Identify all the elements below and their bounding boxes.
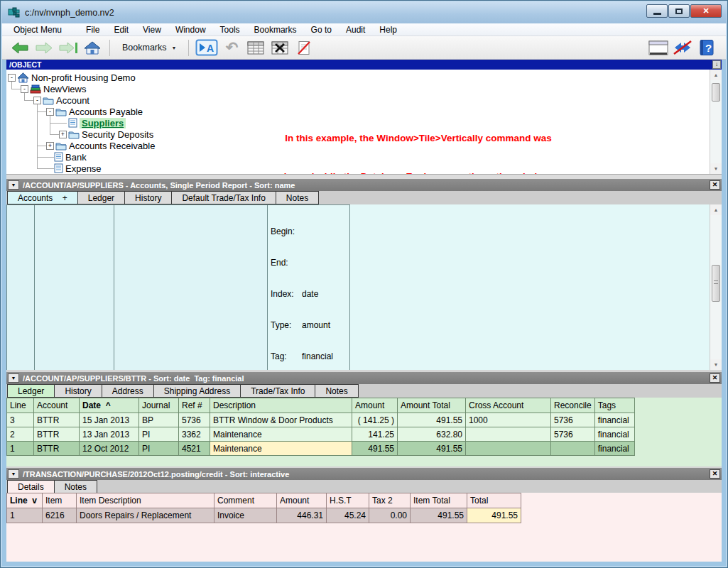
menu-file[interactable]: File — [79, 25, 107, 35]
cell-line[interactable]: 1 — [7, 508, 43, 523]
cell-journal[interactable]: BP — [139, 413, 179, 427]
column-header-description[interactable]: Description — [114, 205, 268, 371]
cell-tags[interactable]: financial — [594, 413, 634, 427]
menu-view[interactable]: View — [136, 25, 168, 35]
menu-object-menu[interactable]: Object Menu — [6, 25, 69, 35]
maximize-button[interactable] — [668, 4, 690, 18]
scroll-up-icon[interactable]: ▲ — [710, 70, 722, 80]
column-header-item-description[interactable]: Item Description — [77, 493, 214, 508]
column-header-amount[interactable]: Amount — [352, 398, 398, 413]
tab-default-trade-tax-info[interactable]: Default Trade/Tax Info — [171, 191, 276, 204]
table-view-button[interactable] — [245, 38, 266, 58]
cell-comment[interactable]: Invoice — [214, 508, 277, 523]
tab-details[interactable]: Details — [7, 480, 55, 493]
undo-button[interactable]: ↶ — [221, 38, 242, 58]
column-header-account[interactable]: Account — [34, 398, 80, 413]
cell-description[interactable]: BTTR Window & Door Products — [210, 413, 352, 427]
column-header-line[interactable]: Line — [7, 398, 34, 413]
expand-icon[interactable]: + — [59, 131, 67, 138]
tree-item-newviews[interactable]: - NewViews — [6, 83, 722, 94]
expand-icon[interactable]: + — [46, 142, 54, 150]
cell-line[interactable]: 3 — [7, 413, 34, 427]
menu-go-to[interactable]: Go to — [304, 25, 339, 35]
minimize-button[interactable] — [646, 4, 668, 18]
scrollbar-thumb[interactable] — [712, 83, 720, 102]
cell-date[interactable]: 13 Jan 2013 — [80, 427, 139, 442]
tab-notes[interactable]: Notes — [54, 480, 97, 493]
column-header-tags[interactable]: Tags — [594, 398, 634, 413]
cell-amount[interactable]: 446.31 — [277, 508, 327, 523]
title-bar[interactable]: c:/nv/nvnph_demo.nv2 ✕ — [1, 1, 727, 23]
cell-amount-total[interactable]: 491.55 — [398, 442, 466, 456]
column-header-line[interactable]: Line — [7, 205, 35, 371]
cell-item-description[interactable]: Doors Repairs / Replacement — [77, 508, 214, 523]
tab-notes[interactable]: Notes — [315, 384, 358, 398]
cell-line[interactable]: 1 — [7, 442, 34, 456]
column-header-comment[interactable]: Comment — [214, 493, 277, 508]
cell-cross-account[interactable]: 1000 — [466, 413, 551, 427]
collapse-icon[interactable]: - — [21, 85, 28, 93]
collapse-icon[interactable]: - — [33, 97, 41, 104]
cell-account[interactable]: BTTR — [34, 413, 80, 427]
scroll-down-icon[interactable]: ▼ — [710, 359, 722, 370]
cell-ref[interactable]: 4521 — [179, 442, 210, 456]
scroll-down-icon[interactable]: ▼ — [710, 163, 722, 174]
tree-item-account[interactable]: - Account — [6, 94, 722, 106]
tab-trade-tax-info[interactable]: Trade/Tax Info — [240, 384, 315, 398]
cell-reconcile[interactable]: 5736 — [551, 413, 595, 427]
column-header-journal[interactable]: Journal — [139, 398, 179, 413]
column-header-cross-account[interactable]: Cross Account — [466, 398, 551, 413]
collapse-icon[interactable]: - — [46, 108, 54, 116]
column-header-total[interactable]: Total — [467, 493, 521, 508]
column-header-hst[interactable]: H.S.T — [327, 493, 369, 508]
menu-audit[interactable]: Audit — [339, 25, 372, 35]
scroll-up-icon[interactable]: ▲ — [710, 204, 722, 215]
forward-button[interactable] — [33, 38, 55, 58]
cell-account[interactable]: BTTR — [34, 427, 80, 442]
pane-menu-button[interactable]: ▼ — [8, 373, 19, 383]
cell-reconcile[interactable]: 5736 — [551, 427, 595, 442]
column-header-ref[interactable]: Ref # — [179, 398, 210, 413]
column-header-description[interactable]: Description — [210, 398, 352, 413]
pane-transaction-header[interactable]: ▼ /TRANSACTION/PURCHASE/2012Oct12.postin… — [6, 468, 722, 480]
close-pane-icon[interactable]: ✕ — [710, 469, 720, 479]
cell-cross-account[interactable] — [466, 427, 551, 442]
tab-address[interactable]: Address — [102, 384, 154, 398]
scrollbar-thumb[interactable] — [712, 265, 720, 302]
column-header-date[interactable]: Date ^ — [80, 398, 139, 413]
cell-date[interactable]: 15 Jan 2013 — [80, 413, 139, 427]
cell-line[interactable]: 2 — [7, 427, 34, 442]
cell-item-total[interactable]: 491.55 — [411, 508, 467, 523]
column-header-amount-total[interactable]: Amount Total — [398, 398, 466, 413]
cell-amount[interactable]: 141.25 — [352, 427, 398, 442]
cell-tax2[interactable]: 0.00 — [369, 508, 411, 523]
home-button[interactable] — [82, 38, 103, 58]
tab-ledger[interactable]: Ledger — [77, 191, 125, 204]
cell-amount[interactable]: 491.55 — [352, 442, 398, 456]
tree-vertical-scrollbar[interactable]: ▲ ▼ — [710, 70, 722, 174]
bookmarks-dropdown-button[interactable]: Bookmarks ▼ — [116, 38, 182, 58]
menu-window[interactable]: Window — [168, 25, 213, 35]
disconnect-button[interactable] — [672, 38, 693, 58]
cell-ref[interactable]: 5736 — [179, 413, 210, 427]
cell-description-highlighted[interactable]: Maintenance — [210, 442, 352, 456]
close-pane-icon[interactable]: ✕ — [710, 180, 720, 190]
cell-total-highlighted[interactable]: 491.55 — [467, 508, 521, 523]
close-pane-icon[interactable]: ✕ — [710, 373, 720, 383]
window-view-button[interactable] — [648, 38, 669, 58]
column-header-name[interactable]: Name v — [35, 205, 114, 371]
goto-account-button[interactable]: A — [195, 38, 218, 58]
tab-history[interactable]: History — [124, 191, 172, 204]
cell-journal[interactable]: PI — [139, 427, 179, 442]
cell-amount-total[interactable]: 491.55 — [398, 413, 466, 427]
cell-tags[interactable]: financial — [594, 427, 634, 442]
back-button[interactable] — [9, 38, 31, 58]
cell-account[interactable]: BTTR — [34, 442, 80, 456]
tab-ledger[interactable]: Ledger — [7, 384, 55, 398]
tab-history[interactable]: History — [54, 384, 102, 398]
column-header-amount[interactable]: Amount — [277, 493, 327, 508]
menu-bookmarks[interactable]: Bookmarks — [247, 25, 304, 35]
cell-hst[interactable]: 45.24 — [327, 508, 369, 523]
cell-ref[interactable]: 3362 — [179, 427, 210, 442]
pane-bttr-header[interactable]: ▼ /ACCOUNT/AP/SUPPLIERS/BTTR - Sort: dat… — [6, 372, 722, 384]
